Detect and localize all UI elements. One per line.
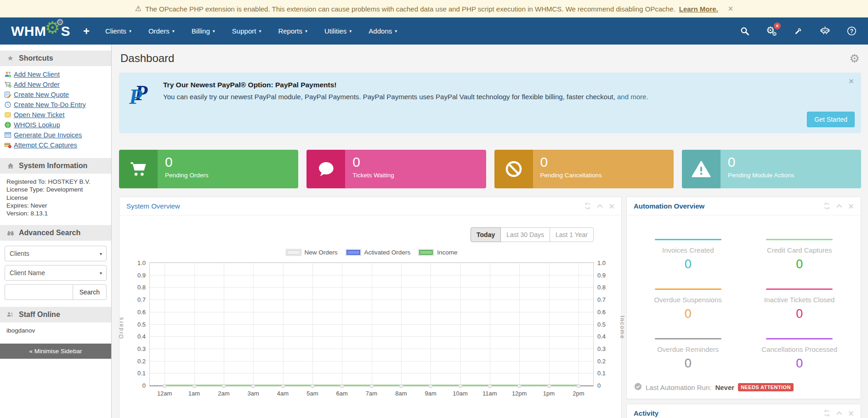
- warning-text: The OPcache PHP extension is enabled. Th…: [145, 5, 675, 13]
- close-icon[interactable]: ×: [848, 409, 854, 418]
- chart-point-marker: [192, 384, 196, 388]
- chart-point-marker: [221, 384, 226, 388]
- create-quote-icon: [4, 91, 11, 98]
- banner-title: Try Our Newest PayPal® Option: PayPal Pa…: [163, 81, 648, 89]
- automation-overview-title: Automation Overview: [634, 202, 704, 210]
- menu-utilities[interactable]: Utilities▾: [324, 27, 352, 35]
- shortcuts-list: Add New Client Add New Order Create New …: [0, 66, 111, 152]
- collapse-icon[interactable]: [597, 204, 603, 208]
- chart-point-marker: [281, 384, 285, 388]
- right-column: Automation Overview × Invoices Created 0: [626, 197, 861, 418]
- close-icon[interactable]: ×: [609, 202, 614, 211]
- range-last-30-days-button[interactable]: Last 30 Days: [500, 227, 550, 242]
- refresh-icon[interactable]: [823, 410, 830, 417]
- menu-billing[interactable]: Billing▾: [192, 27, 215, 35]
- close-icon[interactable]: ×: [848, 202, 854, 211]
- and-more-link[interactable]: and more.: [617, 93, 648, 101]
- shortcut-whois-lookup[interactable]: WHOIS Lookup: [2, 120, 109, 130]
- automation-robot-icon[interactable]: [819, 26, 830, 37]
- search-field-select[interactable]: Client Name ▾: [5, 265, 107, 281]
- shortcut-attempt-cc-captures[interactable]: Attempt CC Captures: [2, 140, 109, 150]
- expires: Expires: Never: [6, 202, 105, 209]
- chart-point-marker: [547, 384, 551, 388]
- overdue-suspensions-tile: Overdue Suspensions 0: [632, 279, 744, 329]
- chart-point-marker: [576, 384, 580, 388]
- caret-down-icon: ▾: [100, 251, 102, 256]
- shortcut-create-todo[interactable]: Create New To-Do Entry: [2, 100, 109, 110]
- chart-point-marker: [369, 384, 374, 388]
- advanced-search-input[interactable]: [5, 284, 73, 300]
- quick-add-button[interactable]: +: [83, 25, 90, 38]
- caret-down-icon: ▾: [129, 28, 131, 34]
- whmcs-logo[interactable]: WHM⚙⚙S: [11, 23, 70, 40]
- tile-accent-line: [766, 288, 833, 290]
- tickets-waiting-count: 0: [352, 154, 478, 170]
- caret-down-icon: ▾: [213, 28, 215, 34]
- y-axis-label-income: Income: [618, 316, 625, 339]
- activity-title: Activity: [634, 409, 658, 417]
- shortcut-create-new-quote[interactable]: Create New Quote: [2, 90, 109, 100]
- automation-overview-header: Automation Overview ×: [627, 197, 861, 215]
- search-icon[interactable]: [739, 26, 750, 37]
- range-today-button[interactable]: Today: [471, 227, 501, 242]
- tickets-waiting-card[interactable]: 0 Tickets Waiting: [306, 150, 486, 188]
- shortcut-generate-due-invoices[interactable]: Generate Due Invoices: [2, 130, 109, 140]
- automation-overview-panel: Automation Overview × Invoices Created 0: [626, 197, 861, 399]
- refresh-icon[interactable]: [584, 203, 591, 209]
- search-type-select[interactable]: Clients ▾: [5, 246, 107, 261]
- pending-orders-card[interactable]: 0 Pending Orders: [119, 150, 298, 188]
- shortcut-add-new-client[interactable]: Add New Client: [2, 69, 109, 79]
- staff-online-header: Staff Online: [0, 307, 111, 322]
- menu-addons[interactable]: Addons▾: [369, 27, 397, 35]
- advanced-search-button[interactable]: Search: [73, 284, 107, 300]
- menu-orders[interactable]: Orders▾: [148, 27, 175, 35]
- banner-close-icon[interactable]: ×: [849, 77, 854, 85]
- menu-support[interactable]: Support▾: [232, 27, 261, 35]
- needs-attention-badge[interactable]: NEEDS ATTENTION: [738, 383, 794, 391]
- learn-more-link[interactable]: Learn More.: [679, 5, 718, 13]
- collapse-icon[interactable]: [836, 411, 842, 415]
- caret-down-icon: ▾: [349, 28, 352, 34]
- tile-accent-line: [655, 288, 721, 290]
- activity-panel: Activity ×: [626, 404, 861, 418]
- range-last-1-year-button[interactable]: Last 1 Year: [550, 227, 594, 242]
- system-information-header: System Information: [0, 158, 111, 174]
- chart-plot: Orders Income 000.10.10.20.20.30.30.40.4…: [149, 262, 594, 386]
- chart-point-marker: [458, 384, 462, 388]
- refresh-icon[interactable]: [823, 203, 830, 209]
- pending-module-actions-count: 0: [728, 154, 854, 170]
- pending-module-actions-card[interactable]: 0 Pending Module Actions: [682, 150, 861, 188]
- ticket-note-icon: [4, 111, 11, 119]
- credit-card-icon: [4, 141, 11, 149]
- help-icon[interactable]: ?: [846, 26, 857, 37]
- pending-module-actions-label: Pending Module Actions: [728, 172, 854, 179]
- pending-orders-label: Pending Orders: [165, 172, 291, 179]
- tile-accent-line: [766, 239, 833, 240]
- overdue-reminders-tile: Overdue Reminders 0: [632, 329, 744, 378]
- notice-close-icon[interactable]: ×: [728, 5, 733, 13]
- collapse-icon[interactable]: [836, 204, 842, 208]
- registered-to: Registered To: HOSTKEY B.V.: [6, 178, 105, 186]
- tile-accent-line: [655, 338, 721, 339]
- minimise-sidebar-button[interactable]: « Minimise Sidebar: [0, 344, 111, 359]
- pending-cancellations-card[interactable]: 0 Pending Cancellations: [494, 150, 674, 188]
- get-started-button[interactable]: Get Started: [807, 112, 855, 127]
- main-menu: Clients▾ Orders▾ Billing▾ Support▾ Repor…: [105, 27, 397, 35]
- comment-icon: [306, 150, 345, 188]
- inactive-tickets-closed-tile: Inactive Tickets Closed 0: [744, 279, 856, 329]
- system-overview-body: Today Last 30 Days Last 1 Year New Order…: [119, 227, 621, 418]
- chart-point-marker: [517, 384, 522, 388]
- automation-overview-body: Invoices Created 0 Credit Card Captures …: [627, 215, 861, 399]
- menu-reports[interactable]: Reports▾: [278, 27, 307, 35]
- dashboard-settings-gear-icon[interactable]: ⚙: [850, 53, 860, 64]
- shortcut-add-new-order[interactable]: Add New Order: [2, 79, 109, 90]
- pending-orders-count: 0: [165, 154, 291, 170]
- last-run-value: Never: [715, 384, 734, 391]
- staff-online-name: ibogdanov: [0, 322, 111, 338]
- users-icon: [6, 311, 14, 318]
- shortcut-open-new-ticket[interactable]: Open New Ticket: [2, 110, 109, 120]
- advanced-search-form: Clients ▾ Client Name ▾ Search: [0, 241, 111, 301]
- menu-clients[interactable]: Clients▾: [105, 27, 131, 35]
- system-health-gears-icon[interactable]: ⚙⚙ ×: [766, 26, 777, 37]
- wrench-icon[interactable]: [793, 26, 804, 37]
